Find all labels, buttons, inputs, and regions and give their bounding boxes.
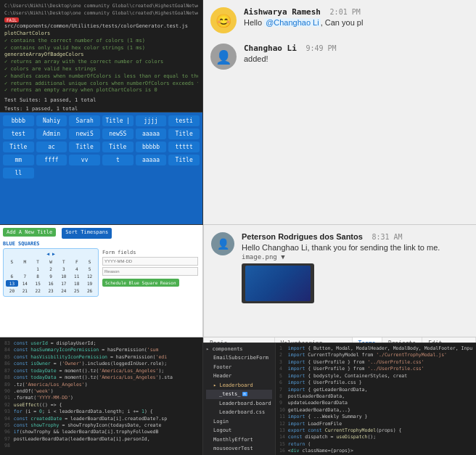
code-line: for (i = 0; i < leaderBoardData.length; … [14, 409, 198, 415]
code-line: if(showTrophy && leaderBoardData[i].trop… [14, 429, 198, 435]
code-line: export const CurrentTrophyModel(props) { [288, 427, 472, 434]
code-line: const hasSummaryIconPermission = hasPerm… [14, 347, 198, 353]
file-tree-folder-leaderboard[interactable]: ▸ Leaderboard [206, 381, 272, 390]
code-line: const isOwner = ('Owner').includes(logge… [14, 361, 198, 367]
tag-item[interactable]: Title | [102, 115, 134, 126]
file-tree-item-leaderboard-board[interactable]: Leaderboard.board...M [206, 399, 272, 409]
tag-item[interactable]: Admin [36, 128, 67, 139]
code-line: ✓ handles cases when numberOfColors is l… [4, 73, 198, 81]
tag-item[interactable]: ll [3, 168, 34, 179]
line-numbers: 83848586878889909192939495969798 [4, 340, 10, 452]
code-panel-right: 1234567891011121314151617181920 import {… [276, 343, 476, 455]
code-line: const hasVisibilityIconPermission = hasP… [14, 354, 198, 361]
image-label: image.png ▼ [242, 253, 469, 261]
tag-item[interactable]: Nahiy [36, 115, 67, 126]
file-tree: ▸ components EmailSubscribeForm Footer H… [203, 343, 276, 455]
tag-item[interactable]: t [102, 155, 134, 165]
date-input[interactable] [102, 257, 198, 266]
tag-panel: bbbb Nahiy Sarah Title | jjjj testi test… [0, 112, 203, 225]
chat-sender-1: Aishwarya Ramesh 2:01 PM [244, 7, 469, 17]
avatar-peterson: 👤 [211, 232, 234, 255]
avatar-changhao: 👤 [210, 44, 237, 70]
chat-sender-2: Changhao Li 9:49 PM [244, 44, 469, 53]
mention: @Changhao Li [264, 18, 321, 27]
tag-item[interactable]: aaaaa [136, 128, 167, 139]
chat-content-1: Aishwarya Ramesh 2:01 PM Hello @Changhao… [244, 7, 469, 27]
tag-item[interactable]: ttttt [168, 142, 200, 152]
file-label: src/components/common/Utilities/tests/co… [4, 23, 188, 29]
code-line: generateArrayOfBadgeColors [4, 52, 198, 59]
tag-item[interactable]: Title [3, 142, 34, 152]
tag-item[interactable]: Title [69, 142, 100, 152]
add-title-button[interactable]: Add A New Title [3, 228, 56, 237]
file-tree-item[interactable]: EmailSubscribeForm [206, 353, 272, 363]
code-line: const userId = displayUserId; [14, 340, 198, 347]
tag-item[interactable]: test [3, 128, 34, 139]
tag-item[interactable]: newiS [69, 128, 100, 139]
chat-message-2: 👤 Changhao Li 9:49 PM added! [210, 44, 469, 70]
tag-item[interactable]: ffff [36, 155, 67, 165]
code-line: ✓ contains only valid hex color strings … [4, 45, 198, 52]
file-tree-item-login[interactable]: Login [206, 417, 272, 427]
file-tree-item[interactable]: Footer [206, 363, 272, 372]
tag-item[interactable]: vv [69, 155, 100, 165]
file-tree-item-mouseover[interactable]: mouseoverTest [206, 444, 272, 454]
chat-content-2: Changhao Li 9:49 PM added! [244, 44, 469, 63]
code-line: <div className={props}> [288, 448, 472, 453]
sort-timespans-button[interactable]: Sort Timespans [62, 228, 112, 239]
tag-item[interactable]: Title [102, 142, 134, 152]
image-thumbnail [242, 263, 314, 303]
file-tree-item-tests[interactable]: _tests_M [206, 390, 272, 399]
tag-item[interactable]: aaaaa [136, 155, 167, 165]
tag-item[interactable]: Title [168, 128, 200, 139]
code-line: ✓ returns an empty array when plotChartC… [4, 87, 198, 94]
code-line: const todayDate = moment().tz('America/L… [14, 368, 198, 374]
code-line: return ( [288, 441, 472, 448]
code-line: .endOf('week') [14, 388, 198, 395]
file-tree-item-monthly[interactable]: MonthlyEffort [206, 435, 272, 445]
schedule-blue-square-button[interactable]: Schedule Blue Square Reason [102, 279, 179, 287]
code-line: .format('YYYY-MM-DD') [14, 395, 198, 401]
file-tree-item-leaderboard-css[interactable]: Leaderboard.css [206, 408, 272, 417]
tag-grid: bbbb Nahiy Sarah Title | jjjj testi test… [3, 115, 200, 179]
tag-item[interactable]: bbbbb [136, 142, 167, 152]
code-line: import { ...Weekly Summary } [288, 414, 472, 420]
thumbnail-preview [245, 266, 311, 302]
calendar-panel: Add A New Title Sort Timespans BLUE SQUA… [0, 225, 203, 337]
tag-item[interactable]: ac [36, 142, 67, 152]
code-line: useEffect(() => { [14, 402, 198, 409]
code-line: ✓ returns additional unique colors when … [4, 81, 198, 88]
code-line: import { UserProfile.css } [288, 380, 472, 386]
code-line: import { UserProfile } from '../UserProf… [288, 359, 472, 366]
test-suites-result: Test Suites: 1 passed, 1 total [4, 97, 198, 103]
code-line: const dispatch = useDispatch(); [288, 434, 472, 440]
fail-badge: FAIL [4, 17, 19, 22]
blue-squares-label: BLUE SQUARES [3, 241, 200, 247]
code-line: import { UserProfile } from '../UserProf… [288, 366, 472, 372]
chat-message-1: 😊 Aishwarya Ramesh 2:01 PM Hello @Changh… [210, 7, 469, 33]
form-row-2 [102, 267, 198, 276]
code-line: import LoadFromFile [288, 421, 472, 427]
form-label: Form fields [102, 250, 198, 255]
code-line: const createdDate = leaderBoardData[i].c… [14, 416, 198, 422]
tag-item[interactable]: mm [3, 155, 34, 165]
calendar-days: S M T W T F S 1 2 3 4 5 6 [6, 258, 96, 294]
tag-item[interactable]: testi [168, 115, 200, 126]
code-line: getLeaderBoardData,..} [288, 407, 472, 414]
tag-item[interactable]: bbbb [3, 115, 34, 126]
form-row-1 [102, 257, 198, 266]
code-line: .tz('America/Los_Angeles') [14, 382, 198, 388]
tag-item[interactable]: Title [168, 155, 200, 165]
code-content-right: import { Button, Modal, ModalHeader, Mod… [288, 345, 472, 453]
file-tree-item[interactable]: Header [206, 372, 272, 381]
chat-panel-top: 😊 Aishwarya Ramesh 2:01 PM Hello @Changh… [203, 0, 476, 225]
line-numbers-right: 1234567891011121314151617181920 [279, 345, 285, 453]
reason-input[interactable] [102, 267, 198, 276]
tag-item[interactable]: jjjj [136, 115, 167, 126]
tag-item[interactable]: Sarah [69, 115, 100, 126]
code-line: plotChartColors [4, 30, 198, 38]
tag-item[interactable]: newSS [102, 128, 134, 139]
code-panel-bottom-left: 83848586878889909192939495969798 const u… [0, 337, 203, 455]
file-tree-item-logout[interactable]: Logout [206, 426, 272, 435]
code-line: import { bodystyle, ContainerStyles, cre… [288, 373, 472, 380]
